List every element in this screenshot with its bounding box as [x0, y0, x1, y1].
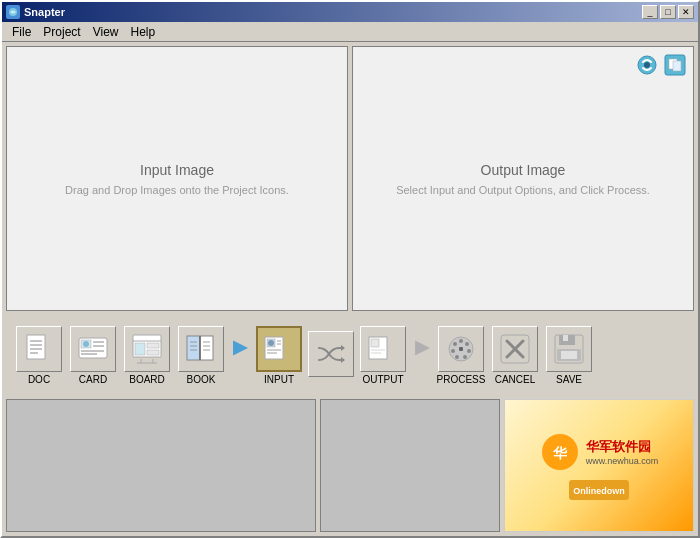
svg-rect-5: [673, 61, 681, 71]
shuffle-button[interactable]: [308, 331, 354, 379]
svg-text:华: 华: [552, 445, 568, 461]
svg-point-50: [465, 342, 469, 346]
input-icon: [256, 326, 302, 372]
input-panel-title: Input Image: [140, 162, 214, 178]
title-bar: Snapter _ □ ✕: [2, 2, 698, 22]
logo-url: www.newhua.com: [586, 456, 659, 466]
output-label: OUTPUT: [362, 374, 403, 385]
bottom-area: 华 华军软件园 www.newhua.com Onlinedown: [6, 399, 694, 532]
output-panel: Output Image Select Input and Output Opt…: [352, 46, 694, 311]
arrow-right-2: ▶: [412, 324, 432, 386]
save-button[interactable]: SAVE: [544, 326, 594, 385]
output-icon: [360, 326, 406, 372]
menu-file[interactable]: File: [6, 23, 37, 41]
svg-rect-21: [147, 343, 159, 348]
cancel-icon: [492, 326, 538, 372]
maximize-button[interactable]: □: [660, 5, 676, 19]
doc-label: DOC: [28, 374, 50, 385]
onlinedown-graphic: Onlinedown: [569, 480, 629, 500]
process-label: PROCESS: [437, 374, 486, 385]
card-button[interactable]: CARD: [68, 326, 118, 385]
card-label: CARD: [79, 374, 107, 385]
svg-rect-45: [371, 339, 379, 347]
input-panel: Input Image Drag and Drop Images onto th…: [6, 46, 348, 311]
svg-rect-62: [563, 335, 568, 341]
menu-bar: File Project View Help: [2, 22, 698, 42]
book-button[interactable]: BOOK: [176, 326, 226, 385]
logo-title: 华军软件园: [586, 438, 659, 456]
svg-rect-56: [459, 347, 463, 351]
logo-watermark: 华 华军软件园 www.newhua.com Onlinedown: [504, 399, 694, 532]
main-window: Snapter _ □ ✕ File Project View Help Inp…: [0, 0, 700, 538]
doc-button[interactable]: DOC: [14, 326, 64, 385]
panel-icons: [635, 53, 687, 77]
book-label: BOOK: [187, 374, 216, 385]
svg-point-2: [644, 62, 650, 68]
board-label: BOARD: [129, 374, 165, 385]
svg-rect-20: [135, 343, 145, 355]
svg-point-13: [83, 341, 89, 347]
svg-point-54: [451, 349, 455, 353]
process-button[interactable]: PROCESS: [436, 326, 486, 385]
svg-point-49: [459, 339, 463, 343]
svg-marker-43: [341, 357, 345, 363]
refresh-icon-btn[interactable]: [635, 53, 659, 77]
svg-rect-6: [27, 335, 45, 359]
shuffle-icon: [308, 331, 354, 377]
svg-point-53: [455, 355, 459, 359]
logo-graphic: 华: [540, 432, 580, 472]
svg-text:Onlinedown: Onlinedown: [573, 486, 625, 496]
book-icon: [178, 326, 224, 372]
svg-rect-64: [561, 351, 577, 359]
svg-rect-26: [187, 336, 200, 360]
app-icon: [6, 5, 20, 19]
arrow-icon-1: ▶: [233, 336, 247, 358]
svg-marker-42: [341, 345, 345, 351]
output-panel-title: Output Image: [481, 162, 566, 178]
cancel-label: CANCEL: [495, 374, 536, 385]
svg-rect-27: [200, 336, 213, 360]
doc-icon: [16, 326, 62, 372]
bottom-panel-right: [320, 399, 500, 532]
save-icon: [546, 326, 592, 372]
menu-help[interactable]: Help: [125, 23, 162, 41]
input-button[interactable]: INPUT: [254, 326, 304, 385]
output-panel-subtitle: Select Input and Output Options, and Cli…: [396, 184, 650, 196]
menu-project[interactable]: Project: [37, 23, 86, 41]
save-label: SAVE: [556, 374, 582, 385]
process-icon: [438, 326, 484, 372]
arrow-right-1: ▶: [230, 324, 250, 386]
bottom-panel-left: [6, 399, 316, 532]
input-label: INPUT: [264, 374, 294, 385]
title-controls: _ □ ✕: [642, 5, 694, 19]
cancel-button[interactable]: CANCEL: [490, 326, 540, 385]
board-button[interactable]: BOARD: [122, 326, 172, 385]
svg-point-55: [453, 342, 457, 346]
copy-icon-btn[interactable]: [663, 53, 687, 77]
board-icon: [124, 326, 170, 372]
card-icon: [70, 326, 116, 372]
svg-rect-22: [147, 350, 159, 355]
output-button[interactable]: OUTPUT: [358, 326, 408, 385]
close-button[interactable]: ✕: [678, 5, 694, 19]
input-panel-subtitle: Drag and Drop Images onto the Project Ic…: [65, 184, 289, 196]
title-bar-text: Snapter: [6, 5, 65, 19]
svg-point-52: [463, 355, 467, 359]
svg-point-37: [268, 340, 274, 346]
minimize-button[interactable]: _: [642, 5, 658, 19]
svg-point-51: [467, 349, 471, 353]
app-title: Snapter: [24, 6, 65, 18]
main-content: Input Image Drag and Drop Images onto th…: [2, 42, 698, 536]
image-panels: Input Image Drag and Drop Images onto th…: [6, 46, 694, 311]
menu-view[interactable]: View: [87, 23, 125, 41]
arrow-icon-2: ▶: [415, 336, 429, 358]
toolbar: DOC CARD: [6, 315, 694, 395]
